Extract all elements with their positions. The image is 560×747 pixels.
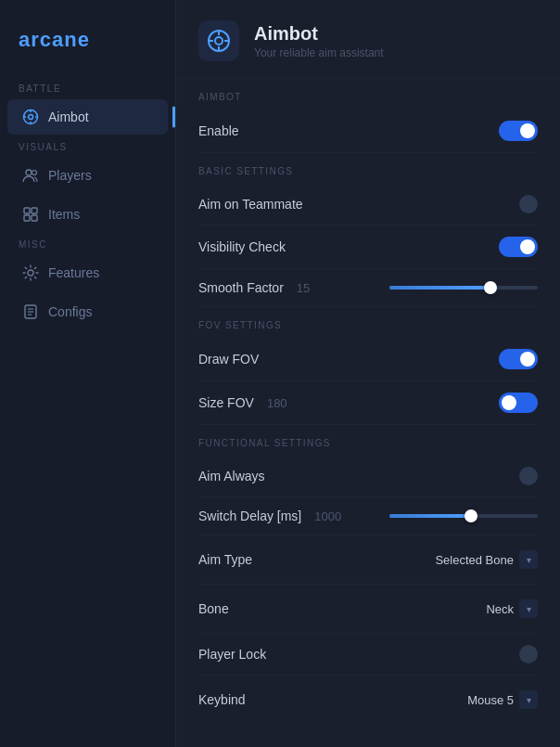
size-fov-value: 180 — [267, 396, 287, 410]
setting-player-lock-label: Player Lock — [198, 647, 266, 662]
players-icon — [22, 167, 39, 184]
sidebar-item-aimbot-label: Aimbot — [48, 109, 89, 124]
setting-switch-delay-label: Switch Delay [ms] 1000 — [198, 509, 341, 523]
keybind-arrow: ▾ — [519, 690, 538, 709]
setting-visibility-label: Visibility Check — [198, 239, 286, 254]
smooth-factor-thumb — [484, 281, 497, 294]
svg-rect-10 — [24, 215, 30, 221]
sidebar: arcane BATTLE Aimbot VISUALS Players — [0, 0, 176, 747]
setting-visibility-check: Visibility Check — [198, 225, 538, 269]
setting-keybind: Keybind Mouse 5 ▾ — [198, 676, 538, 724]
switch-delay-slider[interactable] — [389, 514, 538, 518]
svg-point-18 — [215, 37, 223, 45]
svg-rect-8 — [24, 208, 30, 213]
switch-delay-value: 1000 — [314, 509, 341, 523]
aim-teammate-indicator[interactable] — [519, 195, 538, 213]
sidebar-item-items[interactable]: Items — [7, 197, 168, 232]
aim-type-arrow: ▾ — [519, 550, 538, 569]
svg-point-6 — [26, 170, 32, 175]
sidebar-item-configs-label: Configs — [48, 304, 92, 319]
visibility-toggle[interactable] — [499, 237, 538, 257]
setting-enable: Enable — [198, 109, 538, 153]
setting-smooth-factor: Smooth Factor 15 — [198, 269, 538, 307]
bone-value: Neck — [486, 602, 514, 616]
aimbot-icon — [22, 109, 39, 125]
setting-switch-delay: Switch Delay [ms] 1000 — [198, 497, 538, 535]
enable-toggle-thumb — [520, 123, 535, 138]
sidebar-item-features[interactable]: Features — [7, 255, 168, 290]
enable-toggle[interactable] — [499, 121, 538, 141]
svg-point-12 — [28, 270, 33, 276]
setting-size-fov-label: Size FOV 180 — [198, 395, 287, 410]
setting-draw-fov: Draw FOV — [198, 338, 538, 381]
visibility-toggle-thumb — [520, 239, 535, 254]
setting-keybind-label: Keybind — [198, 692, 246, 707]
sidebar-item-aimbot[interactable]: Aimbot — [7, 99, 168, 135]
setting-enable-label: Enable — [198, 123, 239, 138]
size-fov-toggle[interactable] — [499, 393, 538, 413]
page-subtitle: Your reliable aim assistant — [254, 46, 384, 59]
sidebar-item-configs[interactable]: Configs — [7, 294, 168, 329]
main-content: Aimbot Your reliable aim assistant Aimbo… — [176, 0, 560, 747]
size-fov-toggle-thumb — [502, 395, 516, 410]
svg-point-7 — [32, 171, 37, 175]
smooth-factor-track — [389, 286, 538, 290]
aim-always-indicator[interactable] — [519, 467, 538, 485]
svg-rect-9 — [32, 208, 37, 213]
section-fov-label: FOV Settings — [198, 307, 538, 338]
page-header-text: Aimbot Your reliable aim assistant — [254, 23, 384, 59]
setting-aim-always-label: Aim Always — [198, 469, 265, 483]
aim-type-value: Selected Bone — [435, 553, 514, 567]
switch-delay-thumb — [465, 509, 477, 522]
sidebar-item-players[interactable]: Players — [7, 158, 168, 193]
switch-delay-fill — [389, 514, 471, 518]
features-icon — [22, 264, 39, 281]
smooth-factor-slider[interactable] — [389, 286, 538, 290]
setting-aim-type-label: Aim Type — [198, 552, 252, 567]
sidebar-item-items-label: Items — [48, 207, 80, 222]
setting-draw-fov-label: Draw FOV — [198, 352, 259, 367]
configs-icon — [22, 303, 39, 320]
section-basic-label: Basic Settings — [198, 153, 538, 184]
setting-size-fov: Size FOV 180 — [198, 381, 538, 425]
setting-smooth-label: Smooth Factor 15 — [198, 280, 310, 295]
smooth-factor-fill — [389, 286, 490, 290]
keybind-dropdown[interactable]: Mouse 5 ▾ — [467, 687, 538, 713]
switch-delay-track — [389, 514, 538, 518]
section-functional-label: Functional Settings — [198, 425, 538, 456]
items-icon — [22, 206, 39, 223]
sidebar-item-features-label: Features — [48, 265, 99, 280]
page-header-icon — [198, 20, 239, 61]
setting-aim-always: Aim Always — [198, 456, 538, 497]
page-title: Aimbot — [254, 23, 384, 45]
player-lock-indicator[interactable] — [519, 645, 538, 663]
setting-bone: Bone Neck ▾ — [198, 585, 538, 634]
bone-dropdown[interactable]: Neck ▾ — [486, 596, 538, 622]
setting-aim-type: Aim Type Selected Bone ▾ — [198, 535, 538, 585]
sidebar-section-battle: BATTLE — [0, 78, 175, 97]
draw-fov-toggle-thumb — [520, 352, 535, 367]
aim-type-dropdown[interactable]: Selected Bone ▾ — [435, 547, 538, 573]
keybind-value: Mouse 5 — [467, 693, 514, 707]
bone-arrow: ▾ — [519, 599, 538, 618]
svg-rect-11 — [32, 215, 37, 221]
section-aimbot-label: Aimbot — [198, 79, 538, 109]
page-header: Aimbot Your reliable aim assistant — [176, 0, 560, 79]
content-body: Aimbot Enable Basic Settings Aim on Team… — [176, 79, 560, 747]
app-logo: arcane — [0, 19, 175, 78]
sidebar-item-players-label: Players — [48, 168, 92, 183]
setting-player-lock: Player Lock — [198, 634, 538, 676]
draw-fov-toggle[interactable] — [499, 349, 538, 369]
svg-point-1 — [29, 115, 33, 120]
sidebar-section-visuals: VISUALS — [0, 136, 175, 156]
smooth-factor-value: 15 — [297, 281, 310, 295]
setting-bone-label: Bone — [198, 601, 229, 616]
setting-aim-teammate: Aim on Teammate — [198, 184, 538, 225]
setting-aim-teammate-label: Aim on Teammate — [198, 197, 303, 212]
sidebar-section-misc: MISC — [0, 234, 175, 253]
